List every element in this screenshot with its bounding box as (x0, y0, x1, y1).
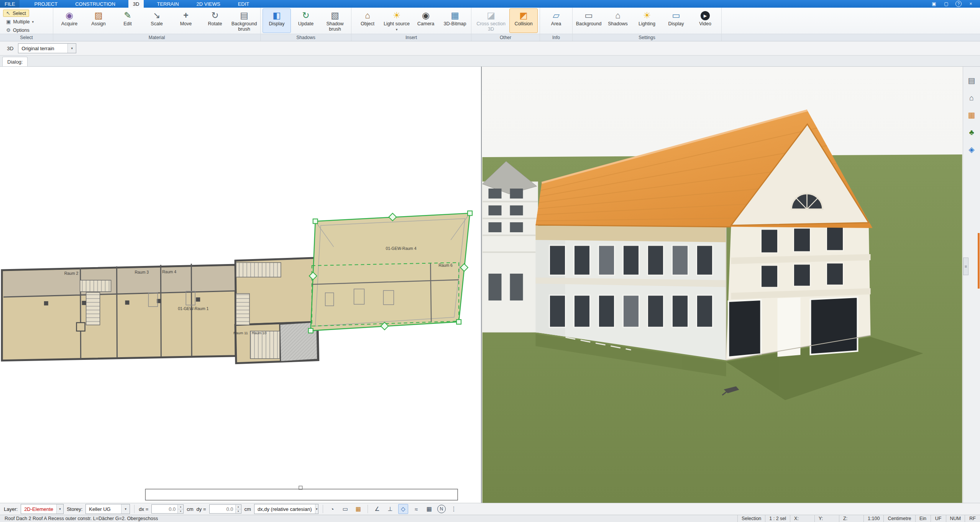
assign-label: Assign (91, 21, 106, 27)
settings-shadows-button[interactable]: ⌂ Shadows (604, 8, 632, 33)
view-3d-panel[interactable] (482, 67, 963, 503)
close-icon[interactable]: × (968, 1, 974, 7)
background-brush-icon: ▤ (240, 10, 248, 21)
perpendicular-snap-icon[interactable]: ⊥ (385, 504, 395, 514)
ribbon-group-info: ▱ Area Info (540, 8, 573, 41)
shadow-update-button[interactable]: ↻ Update (292, 8, 320, 33)
tab-project[interactable]: PROJECT (30, 0, 62, 8)
objects-catalog-icon[interactable]: ⌂ (965, 92, 978, 104)
tab-3d[interactable]: 3D (128, 0, 144, 8)
texture-icon[interactable]: ▦ (353, 504, 363, 514)
dx-stepper[interactable]: ▴▾ (177, 505, 183, 513)
display-settings-icon[interactable]: ▭ (340, 504, 350, 514)
screenshot-icon[interactable]: ▣ (931, 1, 937, 7)
shadow-brush-button[interactable]: ▧ Shadow brush (321, 8, 349, 33)
insert-object-button[interactable]: ⌂ Object (353, 8, 382, 33)
camera-button[interactable]: ◉ Camera (412, 8, 440, 33)
coord-mode-select[interactable]: dx,dy (relative cartesian) ▾ (254, 504, 318, 514)
light-source-button[interactable]: ☀ Light source ▾ (382, 8, 411, 33)
ribbon-group-settings: ▭ Background ⌂ Shadows ☀ Lighting ▭ Disp… (573, 8, 722, 41)
collision-button[interactable]: ◩ Collision (509, 8, 538, 33)
view-3d-canvas[interactable] (482, 67, 963, 503)
background-brush-button[interactable]: ▤ Background brush (230, 8, 258, 33)
shadow-display-button[interactable]: ◧ Display (263, 8, 291, 33)
layers-icon[interactable]: ▤ (965, 74, 978, 87)
north-direction-icon[interactable]: N (437, 505, 446, 513)
scrollbar-thumb[interactable] (978, 233, 980, 289)
tab-edit[interactable]: EDIT (233, 0, 254, 8)
tab-construction[interactable]: CONSTRUCTION (71, 0, 120, 8)
splitter-handle[interactable]: ≡ (963, 258, 969, 275)
spline-snap-icon[interactable]: ≈ (411, 504, 421, 514)
group-label-other: Other (471, 34, 540, 41)
scale-button[interactable]: ↘ Scale (143, 8, 171, 33)
background-building (483, 161, 538, 332)
chevron-down-icon[interactable]: ▾ (67, 44, 76, 53)
settings-lighting-label: Lighting (639, 21, 655, 27)
settings-lighting-button[interactable]: ☀ Lighting (633, 8, 661, 33)
floor-plan-canvas[interactable]: Raum 2 Raum 3 Raum 4 01-GEW-Raum 1 01-GE… (0, 67, 481, 503)
plants-catalog-icon[interactable]: ♣ (965, 126, 978, 138)
assign-button[interactable]: ▨ Assign (84, 8, 113, 33)
group-label-select: Select (0, 34, 53, 41)
options-label: Options (13, 28, 30, 33)
status-scale[interactable]: 1:100 (863, 515, 883, 522)
settings-display-button[interactable]: ▭ Display (662, 8, 690, 33)
select-icon: ↖ (6, 10, 10, 16)
grid-snap-icon[interactable]: ▦ (424, 504, 434, 514)
move-button[interactable]: + Move (172, 8, 200, 33)
layer-select[interactable]: 2D-Elemente ▾ (21, 504, 64, 514)
dy-stepper[interactable]: ▴▾ (235, 505, 241, 513)
ribbon-group-select: ↖ Select ▣ Multiple ▾ ⚙ Options Select (0, 8, 53, 41)
tab-dialog[interactable]: Dialog: (2, 57, 28, 66)
view-mode-label: 3D (7, 46, 13, 51)
rotate-button[interactable]: ↻ Rotate (201, 8, 229, 33)
navigation-icon[interactable]: ◈ (965, 143, 978, 156)
tab-file[interactable]: FILE (0, 0, 20, 8)
video-button[interactable]: ▶ Video (691, 8, 719, 33)
room-label: Raum 3 (135, 270, 149, 274)
dx-input[interactable]: 0.0 ▴▾ (151, 504, 184, 514)
angle-snap-icon[interactable]: ∠ (372, 504, 382, 514)
background-brush-label: Background brush (230, 21, 258, 32)
status-unit[interactable]: Centimetre (883, 515, 915, 522)
time-of-day-icon[interactable]: ◔ (327, 504, 337, 514)
collision-icon: ◩ (519, 10, 528, 21)
shadow-display-icon: ◧ (272, 10, 281, 21)
storey-select[interactable]: Keller UG ▾ (85, 504, 130, 514)
area-button[interactable]: ▱ Area (542, 8, 570, 33)
tab-2d-views[interactable]: 2D VIEWS (192, 0, 225, 8)
edit-button[interactable]: ✎ Edit (113, 8, 142, 33)
select-button[interactable]: ↖ Select (3, 10, 29, 17)
shadow-brush-label: Shadow brush (321, 21, 349, 32)
status-selection-label: Selection (737, 515, 765, 522)
selected-roof[interactable] (309, 211, 472, 333)
coord-mode-value: dx,dy (relative cartesian) (254, 504, 315, 514)
chevron-down-icon[interactable]: ▾ (315, 504, 318, 514)
tab-terrain[interactable]: TERRAIN (152, 0, 183, 8)
settings-background-button[interactable]: ▭ Background (575, 8, 603, 33)
multiple-button[interactable]: ▣ Multiple ▾ (3, 18, 37, 25)
ortho-snap-icon[interactable]: ◇ (398, 504, 408, 514)
window-icon[interactable]: ▢ (943, 1, 949, 7)
options-button[interactable]: ⚙ Options (3, 26, 33, 34)
dx-unit: cm (187, 506, 193, 512)
area-icon: ▱ (553, 10, 560, 21)
group-label-info: Info (540, 34, 572, 41)
acquire-button[interactable]: ◉ Acquire (55, 8, 84, 33)
materials-catalog-icon[interactable]: ▦ (965, 109, 978, 121)
scale-icon: ↘ (153, 10, 160, 21)
bitmap-3d-button[interactable]: ▦ 3D-Bitmap (441, 8, 469, 33)
plan-2d-panel[interactable]: Raum 2 Raum 3 Raum 4 01-GEW-Raum 1 01-GE… (0, 67, 482, 503)
terrain-select[interactable]: Original terrain ▾ (18, 43, 76, 53)
ribbon-group-shadows: ◧ Display ↻ Update ▧ Shadow brush Shadow… (261, 8, 351, 41)
dy-input[interactable]: 0.0 ▴▾ (209, 504, 241, 514)
rotate-icon: ↻ (211, 10, 218, 21)
move-label: Move (180, 21, 192, 27)
group-label-insert: Insert (351, 34, 471, 41)
light-source-icon: ☀ (393, 10, 401, 21)
chevron-down-icon[interactable]: ▾ (121, 504, 130, 514)
chevron-down-icon[interactable]: ▾ (56, 504, 63, 514)
more-options-icon[interactable]: ⋮ (449, 504, 459, 514)
help-icon[interactable]: ? (955, 1, 962, 7)
